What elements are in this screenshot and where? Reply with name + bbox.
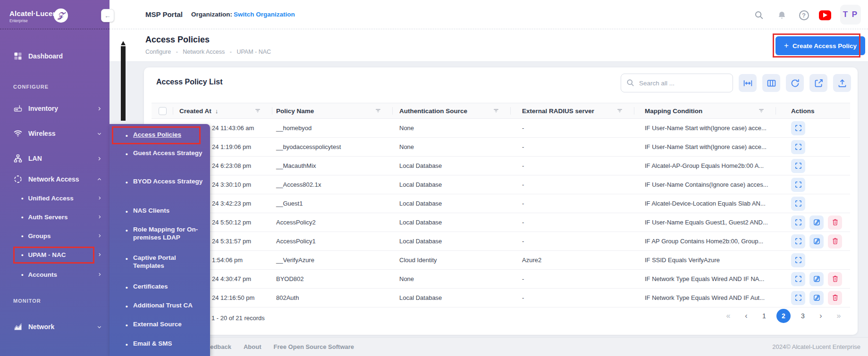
youtube-play-glyph (819, 10, 831, 20)
page-3-button[interactable]: 3 (797, 309, 809, 323)
actions-cell (776, 121, 850, 135)
edit-button[interactable] (809, 291, 824, 305)
table-row[interactable]: 24 4:30:47 pm BYOD802 None - IF Network … (152, 270, 850, 289)
help-icon[interactable]: ? (798, 9, 810, 21)
submenu-item-additional-trust-ca[interactable]: Additional Trust CA (110, 301, 210, 309)
expand-row-button[interactable] (791, 121, 805, 135)
expand-row-button[interactable] (791, 215, 805, 230)
sidebar-divider (0, 29, 110, 29)
table-row[interactable]: 24 1:19:06 pm __byodaccesspolicytest Non… (152, 138, 850, 157)
table-row[interactable]: 24 12:16:50 pm 802Auth Local Database - … (152, 289, 850, 307)
submenu-item-nas-clients[interactable]: NAS Clients (110, 207, 210, 215)
actions-cell (776, 291, 850, 305)
edit-button[interactable] (809, 272, 824, 286)
sidebar-collapse-button[interactable]: ← (101, 9, 114, 22)
table-row[interactable]: 24 3:42:23 pm __Guest1 Local Database - … (152, 194, 850, 213)
edit-button[interactable] (809, 215, 824, 230)
previous-page-button[interactable]: ‹ (741, 309, 752, 323)
expand-row-button[interactable] (791, 234, 805, 248)
submenu-item-email-sms[interactable]: Email & SMS (110, 339, 210, 348)
last-page-button[interactable]: » (833, 309, 844, 323)
chevron-right-icon (97, 272, 102, 277)
sidebar-item-auth-servers[interactable]: Auth Servers (0, 210, 110, 224)
next-page-button[interactable]: › (815, 309, 826, 323)
submenu-item-access-policies[interactable]: Access Policies (110, 131, 210, 139)
filter-icon[interactable] (375, 108, 381, 114)
upload-button[interactable] (833, 74, 851, 92)
sidebar-item-accounts[interactable]: Accounts (0, 268, 110, 281)
filter-icon[interactable] (758, 108, 765, 114)
search-input[interactable] (621, 74, 733, 92)
submenu-item-certificates[interactable]: Certificates (110, 282, 210, 290)
table-row[interactable]: 24 3:30:10 pm __Access802.1x Local Datab… (152, 175, 850, 194)
breadcrumb-item[interactable]: Configure (145, 49, 171, 55)
policy-name-cell: __VerifyAzure (272, 257, 393, 264)
filter-icon[interactable] (493, 108, 499, 114)
expand-row-button[interactable] (791, 140, 805, 154)
sort-descending-icon[interactable]: ↓ (215, 108, 219, 115)
submenu-item-role-mapping-ldap[interactable]: Role Mapping for On-premises LDAP (110, 225, 210, 241)
youtube-icon[interactable] (819, 9, 831, 21)
resize-columns-button[interactable] (739, 74, 757, 92)
expand-row-button[interactable] (791, 272, 805, 286)
delete-button[interactable] (828, 291, 842, 305)
filter-icon[interactable] (616, 108, 623, 114)
table-row[interactable]: 24 6:23:08 pm __MacauthMix Local Databas… (152, 157, 850, 175)
delete-button[interactable] (828, 215, 842, 230)
breadcrumb-item[interactable]: Network Access (183, 49, 225, 55)
first-page-button[interactable]: « (723, 309, 734, 323)
about-link[interactable]: About (244, 343, 261, 350)
expand-row-button[interactable] (791, 253, 805, 267)
vertical-scrollbar[interactable] (121, 46, 126, 121)
sidebar-item-network-access[interactable]: Network Access (0, 172, 110, 186)
table-row[interactable]: 1:54:06 pm __VerifyAzure Cloud Identity … (152, 251, 850, 270)
switch-organization-link[interactable]: Switch Organization (234, 11, 295, 18)
table-row[interactable]: 24 11:43:06 am __homebyod None - IF User… (152, 119, 850, 138)
expand-row-button[interactable] (791, 178, 805, 192)
actions-cell (776, 197, 850, 211)
table-row[interactable]: 24 5:50:12 pm AccessPolicy2 Local Databa… (152, 213, 850, 232)
sidebar-item-dashboard[interactable]: Dashboard (0, 49, 110, 63)
filter-icon[interactable] (254, 108, 261, 114)
expand-row-button[interactable] (791, 291, 805, 305)
expand-row-button[interactable] (791, 197, 805, 211)
table-toolbar (739, 74, 851, 92)
select-all-checkbox[interactable] (159, 107, 167, 115)
notifications-bell-icon[interactable] (775, 9, 788, 21)
open-in-new-button[interactable] (809, 74, 827, 92)
search-icon[interactable] (753, 9, 765, 21)
column-header-created-at: Created At ↓ (173, 103, 272, 118)
sidebar-item-upam-nac[interactable]: UPAM - NAC (0, 248, 110, 261)
submenu-item-byod-access-strategy[interactable]: BYOD Access Strategy (110, 177, 210, 185)
sidebar-item-label: UPAM - NAC (28, 251, 66, 258)
delete-button[interactable] (828, 234, 842, 248)
user-avatar[interactable]: T P (840, 5, 861, 25)
sidebar-item-wireless[interactable]: Wireless (0, 126, 110, 141)
table-search (621, 74, 733, 92)
submenu-item-external-source[interactable]: External Source (110, 320, 210, 328)
mapping-condition-cell: IF User-Name Contains(Ignore case) acces… (634, 181, 776, 188)
delete-button[interactable] (828, 272, 842, 286)
create-access-policy-button[interactable]: + Create Access Policy (775, 36, 865, 55)
expand-row-button[interactable] (791, 159, 805, 173)
column-header-external-radius: External RADIUS server (511, 103, 634, 118)
page-2-button[interactable]: 2 (776, 309, 791, 323)
sidebar-item-unified-access[interactable]: Unified Access (0, 191, 110, 205)
edit-button[interactable] (809, 234, 824, 248)
radius-server-cell: Azure2 (511, 257, 634, 264)
sidebar-item-groups[interactable]: Groups (0, 229, 110, 242)
open-source-link[interactable]: Free Open Source Software (274, 343, 354, 350)
sidebar-item-inventory[interactable]: Inventory (0, 101, 110, 116)
sidebar-item-label: Network (28, 323, 54, 331)
submenu-item-guest-access-strategy[interactable]: Guest Access Strategy (110, 149, 210, 157)
sidebar-item-network-monitor[interactable]: Network (0, 320, 110, 334)
table-row[interactable]: 24 5:31:57 pm AccessPolicy1 Local Databa… (152, 232, 850, 251)
sidebar-item-lan[interactable]: LAN (0, 151, 110, 166)
page-1-button[interactable]: 1 (758, 309, 770, 323)
radius-server-cell: - (511, 124, 634, 132)
actions-cell (776, 272, 850, 286)
table-columns-button[interactable] (762, 74, 780, 92)
pagination: « ‹ 1 2 3 › » (723, 309, 844, 323)
submenu-item-captive-portal-templates[interactable]: Captive Portal Templates (110, 254, 210, 270)
refresh-button[interactable] (786, 74, 804, 92)
